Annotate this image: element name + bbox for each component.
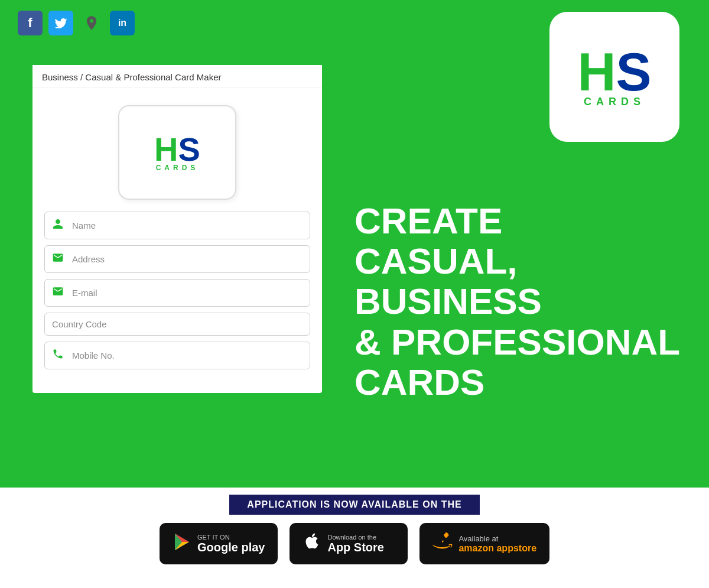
name-field[interactable]: Name: [44, 212, 310, 239]
mobile-field[interactable]: Mobile No.: [44, 342, 310, 369]
country-code-placeholder: Country Code: [52, 319, 107, 329]
hs-h-letter: H: [577, 46, 616, 99]
card-cards-label: CARDS: [156, 164, 199, 172]
apple-icon: [303, 532, 321, 555]
address-placeholder: Address: [72, 254, 105, 264]
email-icon: [52, 285, 66, 300]
tagline: CREATE CASUAL, BUSINESS & PROFESSIONAL C…: [354, 201, 685, 402]
hs-logo-main: H S CARDS: [549, 12, 679, 142]
app-store-button[interactable]: Download on the App Store: [290, 523, 408, 564]
tagline-line1: CREATE: [354, 201, 685, 241]
amazon-big: amazon appstore: [458, 543, 536, 554]
app-card-header: Business / Casual & Professional Card Ma…: [32, 65, 322, 87]
google-play-text: GET IT ON Google play: [197, 534, 265, 554]
tagline-line2: CASUAL, BUSINESS: [354, 241, 685, 321]
google-play-button[interactable]: GET IT ON Google play: [160, 523, 278, 564]
amazon-store-text: Available at amazon appstore: [458, 534, 536, 554]
google-play-icon: [173, 532, 191, 555]
app-subtitle: Business / Casual & Professional Card Ma…: [42, 72, 221, 82]
amazon-appstore-button[interactable]: Available at amazon appstore: [419, 523, 549, 564]
address-icon: [52, 252, 66, 267]
email-placeholder: E-mail: [72, 288, 97, 298]
hs-cards-label: CARDS: [584, 96, 645, 108]
address-field[interactable]: Address: [44, 245, 310, 273]
card-h-letter: H: [154, 133, 178, 166]
location-icon[interactable]: [79, 11, 104, 35]
availability-banner: APPLICATION IS NOW AVAILABLE ON THE: [229, 495, 479, 515]
phone-icon: [52, 348, 66, 363]
tagline-line3: & PROFESSIONAL: [354, 322, 685, 362]
person-icon: [52, 218, 66, 233]
amazon-icon: [432, 532, 453, 556]
linkedin-icon[interactable]: in: [110, 11, 135, 35]
amazon-small: Available at: [458, 534, 536, 543]
name-placeholder: Name: [72, 220, 96, 230]
app-store-text: Download on the App Store: [327, 534, 384, 554]
app-store-small: Download on the: [327, 534, 384, 541]
app-card-body: H S CARDS Name Address E-mail Country: [32, 87, 322, 381]
bottom-bar: APPLICATION IS NOW AVAILABLE ON THE GET …: [0, 488, 709, 588]
hs-logo-card: H S CARDS: [118, 105, 236, 200]
google-play-big: Google play: [197, 541, 265, 554]
social-bar: f in: [18, 11, 135, 35]
app-store-big: App Store: [327, 541, 384, 554]
country-code-field[interactable]: Country Code: [44, 313, 310, 336]
app-mockup-card: Business / Casual & Professional Card Ma…: [32, 65, 322, 393]
card-s-letter: S: [178, 133, 200, 166]
facebook-icon[interactable]: f: [18, 11, 43, 35]
store-buttons: GET IT ON Google play Download on the Ap…: [160, 523, 549, 564]
twitter-icon[interactable]: [48, 11, 73, 35]
mobile-placeholder: Mobile No.: [72, 350, 115, 360]
hs-s-letter: S: [616, 46, 651, 99]
email-field[interactable]: E-mail: [44, 279, 310, 307]
google-play-small: GET IT ON: [197, 534, 265, 541]
tagline-line4: CARDS: [354, 362, 685, 402]
